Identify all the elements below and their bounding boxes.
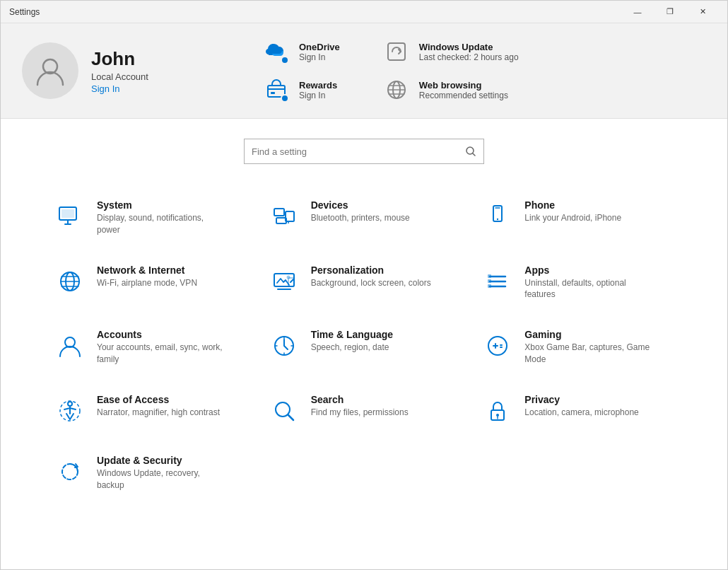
- phone-text: Phone Link your Android, iPhone: [524, 199, 621, 224]
- devices-name: Devices: [311, 199, 410, 211]
- network-name: Network & Internet: [97, 264, 197, 276]
- setting-item-network[interactable]: Network & Internet Wi-Fi, airplane mode,…: [43, 250, 257, 315]
- gaming-icon-wrap: [482, 330, 513, 361]
- privacy-text: Privacy Location, camera, microphone: [524, 394, 638, 419]
- svg-point-12: [288, 222, 289, 223]
- svg-point-29: [276, 402, 290, 417]
- svg-rect-22: [488, 279, 491, 283]
- header-section: John Local Account Sign In OneDrive Sign…: [1, 23, 727, 119]
- svg-rect-17: [274, 274, 294, 286]
- search-setting-name: Search: [311, 394, 409, 405]
- search-setting-icon-wrap: [269, 395, 300, 426]
- setting-item-accounts[interactable]: Accounts Your accounts, email, sync, wor…: [43, 315, 257, 380]
- gaming-desc: Xbox Game Bar, captures, Game Mode: [524, 342, 652, 366]
- gaming-icon: [484, 332, 511, 359]
- ease-desc: Narrator, magnifier, high contrast: [97, 407, 220, 419]
- privacy-icon-wrap: [482, 395, 513, 426]
- devices-desc: Bluetooth, printers, mouse: [311, 212, 410, 224]
- profile-section: John Local Account Sign In: [22, 42, 206, 99]
- rewards-name: Rewards: [299, 80, 337, 91]
- personalization-desc: Background, lock screen, colors: [311, 277, 431, 289]
- phone-icon: [484, 203, 511, 230]
- close-button[interactable]: ✕: [686, 1, 719, 23]
- maximize-button[interactable]: ❐: [654, 1, 686, 23]
- web-browsing-sub: Recommended settings: [419, 91, 508, 100]
- update-icon: [57, 458, 83, 485]
- onedrive-icon-wrap: [262, 37, 290, 66]
- phone-name: Phone: [524, 199, 621, 211]
- network-icon: [57, 268, 83, 295]
- apps-icon-wrap: [482, 266, 513, 297]
- setting-item-ease[interactable]: Ease of Access Narrator, magnifier, high…: [43, 380, 257, 441]
- system-text: System Display, sound, notifications, po…: [97, 199, 224, 236]
- apps-text: Apps Uninstall, defaults, optional featu…: [524, 264, 652, 301]
- phone-icon-wrap: [482, 201, 513, 232]
- setting-item-apps[interactable]: Apps Uninstall, defaults, optional featu…: [471, 250, 685, 315]
- update-icon-wrap: [54, 456, 86, 487]
- window-title: Settings: [9, 7, 40, 17]
- devices-icon-wrap: [269, 201, 300, 232]
- web-browsing-text: Web browsing Recommended settings: [419, 80, 508, 100]
- personalization-text: Personalization Background, lock screen,…: [311, 264, 431, 289]
- ease-icon: [57, 397, 83, 424]
- ease-icon-wrap: [54, 395, 86, 426]
- setting-item-update[interactable]: Update & Security Windows Update, recove…: [43, 441, 257, 506]
- onedrive-service[interactable]: OneDrive Sign In: [262, 37, 340, 66]
- services-column-left: OneDrive Sign In Rewards Sig: [262, 37, 340, 104]
- privacy-desc: Location, camera, microphone: [524, 407, 638, 419]
- rewards-sub: Sign In: [299, 91, 337, 100]
- profile-signin-link[interactable]: Sign In: [91, 83, 148, 94]
- search-box: [244, 139, 484, 164]
- apps-icon: [484, 268, 511, 295]
- web-browsing-icon: [385, 78, 408, 101]
- accounts-text: Accounts Your accounts, email, sync, wor…: [97, 329, 224, 366]
- rewards-icon-wrap: [262, 76, 290, 104]
- svg-point-14: [497, 219, 498, 220]
- onedrive-sub: Sign In: [299, 52, 340, 62]
- svg-rect-8: [61, 209, 74, 218]
- window-controls: — ❐ ✕: [621, 1, 719, 23]
- setting-item-phone[interactable]: Phone Link your Android, iPhone: [471, 185, 685, 250]
- setting-item-gaming[interactable]: Gaming Xbox Game Bar, captures, Game Mod…: [471, 315, 685, 380]
- time-desc: Speech, region, date: [311, 342, 393, 354]
- rewards-text: Rewards Sign In: [299, 80, 337, 100]
- profile-name: John: [91, 48, 148, 70]
- setting-item-personalization[interactable]: Personalization Background, lock screen,…: [257, 250, 471, 315]
- rewards-status-dot: [281, 94, 289, 103]
- rewards-service[interactable]: Rewards Sign In: [262, 76, 340, 104]
- time-icon: [271, 332, 298, 359]
- gaming-name: Gaming: [524, 329, 652, 340]
- settings-grid: System Display, sound, notifications, po…: [1, 178, 727, 519]
- setting-item-devices[interactable]: Devices Bluetooth, printers, mouse: [257, 185, 471, 250]
- network-desc: Wi-Fi, airplane mode, VPN: [97, 277, 197, 289]
- system-icon-wrap: [54, 201, 86, 232]
- personalization-icon: [271, 268, 298, 295]
- time-name: Time & Language: [311, 329, 393, 340]
- apps-name: Apps: [524, 264, 652, 276]
- gaming-text: Gaming Xbox Game Bar, captures, Game Mod…: [524, 329, 652, 366]
- svg-point-24: [65, 337, 75, 347]
- minimize-button[interactable]: —: [621, 1, 654, 23]
- personalization-name: Personalization: [311, 264, 431, 276]
- svg-point-27: [68, 402, 72, 406]
- web-browsing-service[interactable]: Web browsing Recommended settings: [382, 76, 519, 104]
- svg-rect-9: [274, 209, 284, 216]
- setting-item-search[interactable]: Search Find my files, permissions: [257, 380, 471, 441]
- search-setting-icon: [271, 397, 298, 424]
- windows-update-service[interactable]: Windows Update Last checked: 2 hours ago: [382, 37, 519, 66]
- onedrive-status-dot: [281, 56, 289, 64]
- title-bar: Settings — ❐ ✕: [1, 1, 727, 23]
- setting-item-time[interactable]: Time & Language Speech, region, date: [257, 315, 471, 380]
- devices-icon: [271, 203, 298, 230]
- svg-rect-23: [488, 284, 491, 288]
- setting-item-privacy[interactable]: Privacy Location, camera, microphone: [471, 380, 685, 441]
- windows-update-icon: [385, 40, 408, 63]
- system-name: System: [97, 199, 224, 211]
- privacy-name: Privacy: [524, 394, 638, 405]
- onedrive-text: OneDrive Sign In: [299, 42, 340, 62]
- accounts-icon-wrap: [54, 330, 86, 361]
- phone-desc: Link your Android, iPhone: [524, 212, 621, 224]
- search-input[interactable]: [252, 146, 459, 157]
- web-browsing-icon-wrap: [382, 76, 411, 104]
- setting-item-system[interactable]: System Display, sound, notifications, po…: [43, 185, 257, 250]
